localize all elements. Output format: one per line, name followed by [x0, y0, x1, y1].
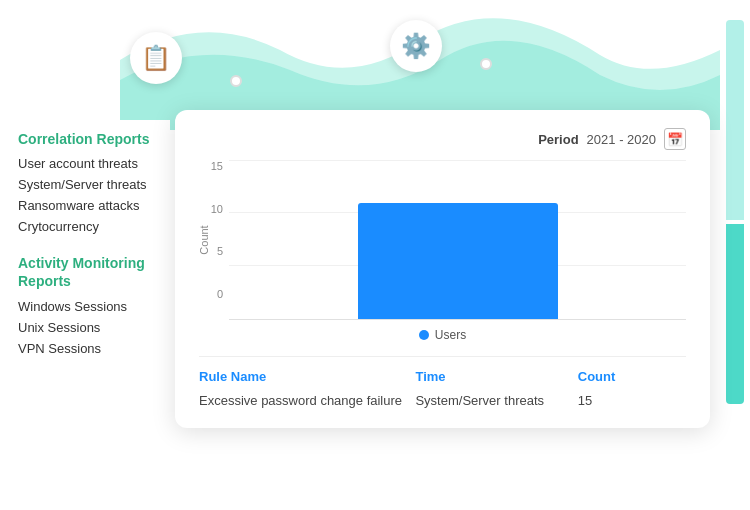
sidebar-item-vpn-sessions[interactable]: VPN Sessions — [18, 341, 152, 356]
sidebar-item-windows-sessions[interactable]: Windows Sessions — [18, 299, 152, 314]
chart-legend: Users — [199, 328, 686, 342]
calendar-icon[interactable]: 📅 — [664, 128, 686, 150]
sidebar-section-1-title: Correlation Reports — [18, 130, 152, 148]
table-header-time: Time — [415, 369, 577, 384]
table-header-count: Count — [578, 369, 686, 384]
sidebar-item-system-server-threats[interactable]: System/Server threats — [18, 177, 152, 192]
legend-dot-users — [419, 330, 429, 340]
dot-decoration-1 — [230, 75, 242, 87]
sidebar-section-2-title: Activity Monitoring Reports — [18, 254, 152, 290]
table-section: Rule Name Time Count Excessive password … — [199, 356, 686, 410]
legend-label-users: Users — [435, 328, 466, 342]
y-label-15: 15 — [211, 160, 227, 172]
table-row: Excessive password change failure System… — [199, 392, 686, 410]
gear-icon-circle: ⚙️ — [390, 20, 442, 72]
right-bar-bottom — [726, 224, 744, 404]
main-card: Period 2021 - 2020 📅 Count 15 10 5 0 Use… — [175, 110, 710, 428]
right-bar-top — [726, 20, 744, 220]
table-cell-rule-name: Excessive password change failure — [199, 392, 415, 410]
sidebar: Correlation Reports User account threats… — [0, 120, 170, 372]
y-label-0: 0 — [217, 288, 227, 300]
y-label-5: 5 — [217, 245, 227, 257]
table-header-rule-name: Rule Name — [199, 369, 415, 384]
gear-icon: ⚙️ — [401, 32, 431, 60]
period-value: 2021 - 2020 — [587, 132, 656, 147]
chart-area: Count 15 10 5 0 — [199, 160, 686, 320]
table-cell-count: 15 — [578, 392, 686, 410]
document-icon-circle: 📋 — [130, 32, 182, 84]
chart-bar-users — [358, 203, 558, 319]
table-cell-time: System/Server threats — [415, 392, 577, 410]
document-icon: 📋 — [141, 44, 171, 72]
sidebar-item-user-account-threats[interactable]: User account threats — [18, 156, 152, 171]
sidebar-item-unix-sessions[interactable]: Unix Sessions — [18, 320, 152, 335]
bar-wrapper — [229, 160, 686, 319]
sidebar-item-cryptocurrency[interactable]: Crytocurrency — [18, 219, 152, 234]
y-label-10: 10 — [211, 203, 227, 215]
right-decoration — [720, 0, 750, 510]
period-label: Period — [538, 132, 578, 147]
dot-decoration-2 — [480, 58, 492, 70]
table-header-row: Rule Name Time Count — [199, 369, 686, 384]
period-row: Period 2021 - 2020 📅 — [199, 128, 686, 150]
y-axis: 15 10 5 0 — [199, 160, 227, 300]
sidebar-item-ransomware[interactable]: Ransomware attacks — [18, 198, 152, 213]
chart-inner — [229, 160, 686, 320]
